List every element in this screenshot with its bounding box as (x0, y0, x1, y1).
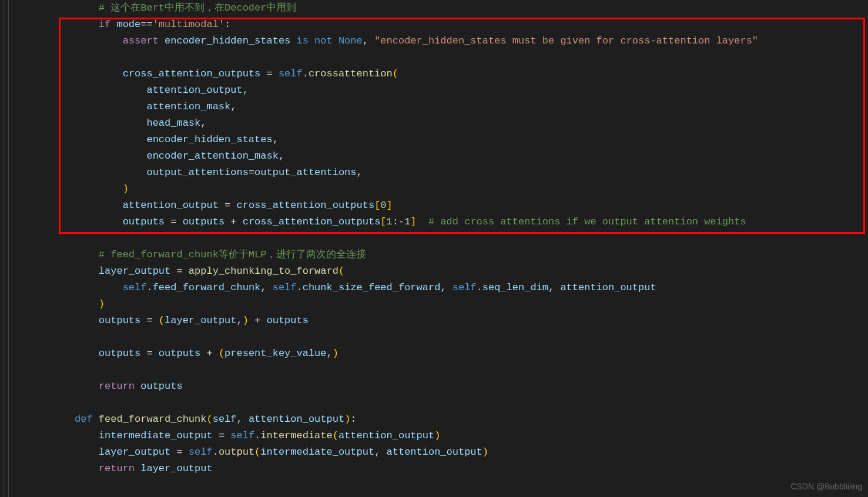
code-token: attention_output (339, 430, 434, 441)
code-token: , (236, 315, 242, 326)
code-token: attention_output (249, 414, 344, 425)
code-token: cross_attention_outputs (230, 200, 374, 211)
code-line[interactable]: outputs = (layer_output,) + outputs (15, 313, 868, 329)
code-token: ] (410, 216, 416, 227)
code-token: , (279, 150, 284, 162)
code-token: encoder_hidden_states (159, 35, 297, 46)
code-token: present_key_value (224, 348, 326, 359)
code-token: outputs (153, 348, 207, 359)
code-token: [ (380, 216, 386, 227)
code-token: chunk_size_feed_forward (303, 282, 441, 293)
code-token: intermediate (260, 430, 332, 441)
code-line[interactable]: layer_output = self.output(intermediate_… (15, 444, 868, 461)
code-line[interactable]: output_attentions=output_attentions, (15, 164, 868, 181)
code-token: 0 (380, 200, 386, 211)
code-editor-content[interactable]: # 这个在Bert中用不到，在Decoder中用到 if mode=='mult… (0, 0, 868, 477)
code-line[interactable]: self.feed_forward_chunk, self.chunk_size… (15, 280, 868, 296)
code-token: outputs (123, 216, 171, 227)
code-line[interactable] (15, 362, 868, 378)
code-line[interactable]: head_mask, (15, 115, 868, 132)
code-line[interactable] (15, 49, 868, 66)
code-token: = (176, 446, 182, 458)
code-token: [ (374, 200, 380, 211)
code-token: ( (219, 348, 224, 359)
code-token (153, 315, 159, 326)
code-token (224, 430, 230, 441)
code-token (309, 35, 314, 46)
code-token: "encoder_hidden_states must be given for… (374, 35, 758, 46)
code-token: attention_output (560, 282, 656, 293)
code-token: : (224, 19, 230, 30)
code-line[interactable]: ) (15, 181, 868, 197)
code-line[interactable]: if mode=='multimodal': (15, 16, 868, 33)
code-line[interactable]: encoder_hidden_states, (15, 132, 868, 148)
code-token: , (237, 414, 249, 425)
code-token: layer_output (165, 315, 236, 326)
code-token (183, 266, 189, 277)
code-token: intermediate_output (99, 430, 219, 441)
code-token: . (254, 430, 260, 441)
code-line[interactable]: attention_output, (15, 82, 868, 99)
code-token: ( (393, 68, 398, 79)
code-token: . (213, 446, 219, 458)
code-line[interactable]: outputs = outputs + cross_attention_outp… (15, 214, 868, 230)
code-line[interactable]: return outputs (15, 378, 868, 395)
code-token: ) (243, 315, 249, 326)
code-token: . (303, 68, 309, 79)
code-token: return (99, 381, 135, 392)
code-token: layer_output (99, 266, 177, 277)
code-token: # add cross attentions if we output atte… (428, 216, 746, 227)
code-line[interactable]: intermediate_output = self.intermediate(… (15, 428, 868, 444)
code-token: == (140, 19, 152, 30)
code-line[interactable]: assert encoder_hidden_states is not None… (15, 33, 868, 49)
code-token: . (297, 282, 303, 293)
code-token: not (314, 35, 333, 46)
code-line[interactable]: cross_attention_outputs = self.crossatte… (15, 66, 868, 82)
code-token (273, 68, 279, 79)
code-line[interactable] (15, 329, 868, 345)
code-token: outputs (99, 315, 147, 326)
code-line[interactable]: attention_output = cross_attention_outpu… (15, 197, 868, 214)
code-token: , (374, 446, 386, 458)
code-token: self (213, 414, 237, 425)
code-line[interactable]: ) (15, 296, 868, 313)
code-token: outputs (135, 381, 183, 392)
code-token: self (189, 446, 213, 458)
code-line[interactable]: attention_mask, (15, 99, 868, 115)
code-line[interactable]: encoder_attention_mask, (15, 148, 868, 164)
code-token: head_mask (146, 117, 200, 129)
code-token: None (339, 35, 363, 46)
code-token: feed_forward_chunk (99, 414, 207, 425)
code-token: + (230, 216, 236, 227)
code-token: outputs (99, 348, 147, 359)
code-token: , (200, 117, 206, 129)
code-line[interactable]: # 这个在Bert中用不到，在Decoder中用到 (15, 0, 868, 16)
code-line[interactable]: def feed_forward_chunk(self, attention_o… (15, 411, 868, 428)
code-line[interactable] (15, 230, 868, 247)
code-line[interactable]: # feed_forward_chunk等价于MLP，进行了两次的全连接 (15, 247, 868, 263)
code-token: ) (333, 348, 339, 359)
code-token: attention_output (387, 446, 482, 458)
code-token: 'multimodal' (153, 19, 224, 30)
code-line[interactable]: return layer_output (15, 461, 868, 477)
code-token: output (219, 446, 254, 458)
code-token: layer_output (99, 446, 177, 458)
code-line[interactable]: outputs = outputs + (present_key_value,) (15, 345, 868, 362)
code-token: return (99, 463, 135, 474)
code-token: , (357, 167, 363, 178)
code-token: . (477, 282, 482, 293)
code-token: encoder_attention_mask (146, 150, 278, 162)
code-token: outputs (176, 216, 230, 227)
code-token: # 这个在Bert中用不到，在Decoder中用到 (99, 2, 297, 14)
code-token (249, 315, 254, 326)
code-token: mode (110, 19, 140, 30)
code-line[interactable] (15, 395, 868, 411)
code-token: , (230, 101, 236, 112)
code-line[interactable]: layer_output = apply_chunking_to_forward… (15, 263, 868, 280)
code-token: ( (333, 430, 339, 441)
code-token: , (243, 85, 249, 96)
code-token: ( (254, 446, 260, 458)
code-token: , (327, 348, 333, 359)
code-token: : (350, 414, 356, 425)
code-token: ) (344, 414, 350, 425)
